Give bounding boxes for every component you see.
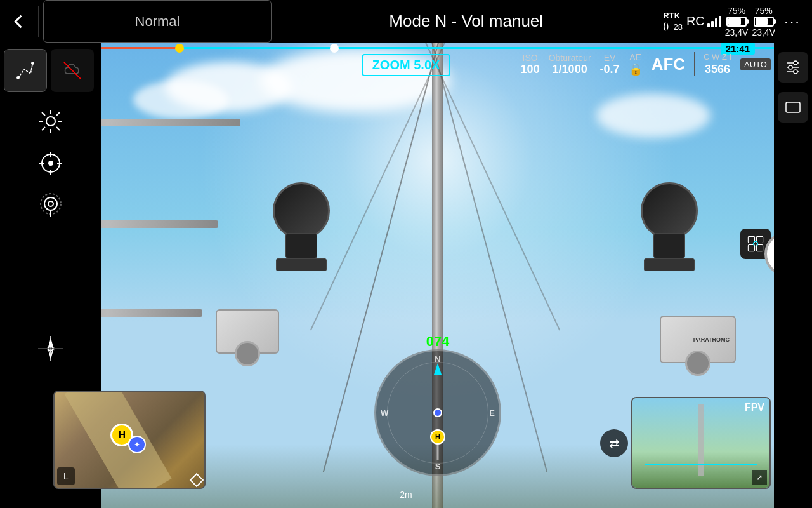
tower-crossbar-1 — [102, 119, 240, 126]
sun-button[interactable] — [32, 102, 70, 140]
timeline-bar: 21:41 — [102, 43, 774, 52]
top-bar: Normal Mode N - Vol manuel RTK 28 RC 75% — [0, 0, 812, 43]
ae-setting: AE 🔒 — [629, 52, 643, 76]
mode-label-text: Normal — [135, 13, 180, 30]
svg-rect-31 — [786, 102, 800, 112]
camera-equipment-left-bottom — [216, 309, 279, 366]
svg-rect-33 — [756, 236, 763, 243]
rtk-status: RTK 28 — [660, 11, 682, 32]
shutter-setting: Obturateur 1/1000 — [549, 53, 591, 76]
iso-setting: ISO 100 — [521, 53, 540, 76]
camera-equipment-right-top — [641, 182, 698, 271]
camera-mode-icons: C W Z I — [704, 52, 731, 62]
camera-equipment-right-bottom: PARATROMC — [660, 316, 736, 376]
battery-1-voltage: 23,4V — [725, 27, 749, 37]
fpv-thumbnail[interactable]: FPV ⤢ — [631, 397, 771, 489]
camera-settings: ISO 100 Obturateur 1/1000 EV -0.7 AE 🔒 A… — [521, 52, 771, 76]
timeline-position-dot — [330, 44, 339, 53]
map-drone-marker: ✦ — [128, 436, 146, 453]
compass: 074 N S E W H — [374, 349, 501, 476]
compass-north-arrow — [434, 363, 442, 375]
battery-1-icon — [726, 17, 747, 27]
svg-rect-34 — [748, 244, 754, 251]
tower-crossbar-2 — [102, 220, 218, 228]
compass-north: N — [435, 354, 440, 364]
right-sidebar — [774, 43, 812, 508]
mode-selector[interactable]: Normal — [43, 0, 272, 43]
back-button[interactable] — [0, 0, 38, 43]
signal-bars — [707, 16, 721, 27]
rc-signal: RC — [686, 14, 721, 29]
camera-mode-box: C W Z I 3566 — [694, 52, 731, 76]
camera-equipment-left-top — [273, 182, 330, 271]
svg-line-10 — [56, 112, 60, 116]
timeline-home-dot — [175, 44, 184, 53]
screen-button[interactable] — [778, 92, 808, 123]
svg-point-36 — [753, 241, 757, 246]
compass-heading: 074 — [426, 333, 450, 350]
svg-point-1 — [32, 62, 34, 64]
more-options-button[interactable]: ··· — [779, 13, 806, 30]
fpv-label: FPV — [745, 402, 764, 413]
flight-path-button[interactable] — [4, 49, 47, 92]
flight-title: Mode N - Vol manuel — [272, 11, 660, 31]
svg-point-3 — [46, 117, 55, 126]
rtk-value: 28 — [660, 22, 682, 32]
auto-label: AUTO — [740, 58, 771, 70]
target-button[interactable] — [32, 144, 70, 182]
zoom-indicator: ZOOM 5.0X — [362, 54, 450, 76]
svg-point-0 — [17, 77, 19, 79]
rc-label: RC — [686, 14, 705, 29]
timeline-track-red — [102, 47, 178, 49]
waypoint-button[interactable] — [32, 186, 70, 224]
svg-point-19 — [48, 201, 53, 206]
svg-line-8 — [42, 112, 45, 116]
compass-south: S — [435, 462, 441, 471]
battery-1: 75% 23,4V — [725, 6, 749, 37]
compass-west: W — [381, 408, 388, 418]
svg-point-18 — [44, 197, 57, 210]
svg-rect-32 — [748, 236, 754, 243]
camera-mode-value: 3566 — [705, 63, 730, 76]
svg-point-13 — [49, 161, 53, 165]
rtk-label: RTK — [663, 11, 680, 20]
swap-view-button[interactable]: ⇄ — [600, 429, 628, 457]
compass-home-marker: H — [430, 429, 445, 444]
cloud-button[interactable] — [51, 49, 94, 92]
settings-button[interactable] — [778, 52, 808, 83]
battery-2: 75% 23,4V — [752, 6, 775, 37]
svg-point-30 — [794, 70, 797, 74]
fpv-corner-button[interactable]: ⤢ — [752, 470, 767, 485]
battery-1-pct: 75% — [728, 6, 745, 16]
battery-2-voltage: 23,4V — [752, 27, 775, 37]
compass-center — [433, 408, 442, 417]
timeline-track-cyan — [178, 47, 774, 49]
distance-label: 2m — [400, 490, 412, 500]
svg-line-9 — [56, 127, 60, 130]
status-bar: RTK 28 RC 75% 23,4V — [660, 6, 812, 37]
tower-crossbar-3 — [102, 309, 202, 317]
battery-2-pct: 75% — [755, 6, 773, 16]
afc-label: AFC — [652, 55, 685, 74]
sidebar-top-row — [4, 49, 98, 92]
svg-point-29 — [789, 65, 792, 69]
compass-nav-button[interactable] — [32, 330, 70, 368]
compass-east: E — [489, 408, 495, 418]
svg-rect-35 — [756, 244, 763, 251]
map-thumbnail[interactable]: H ✦ L — [53, 391, 206, 489]
fpv-horizon-line — [645, 464, 757, 465]
svg-point-28 — [794, 61, 797, 65]
svg-line-11 — [42, 127, 45, 130]
divider — [38, 6, 39, 37]
battery-2-icon — [754, 17, 774, 27]
ev-setting: EV -0.7 — [600, 53, 620, 76]
map-corner-button[interactable]: L — [57, 467, 75, 485]
